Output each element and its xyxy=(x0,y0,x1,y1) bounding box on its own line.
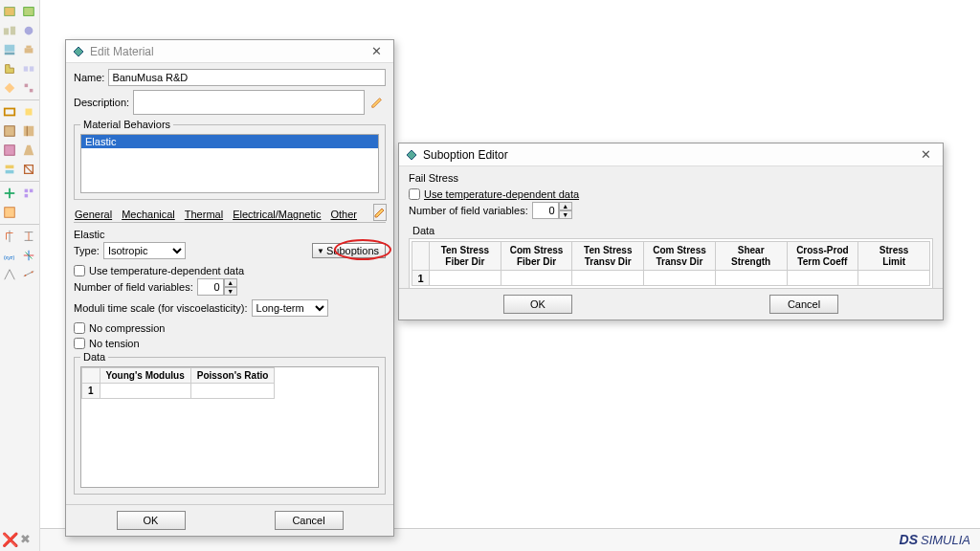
tab-electrical-magnetic[interactable]: Electrical/Magnetic xyxy=(232,208,322,221)
svg-rect-8 xyxy=(26,46,31,49)
tool-icon[interactable] xyxy=(0,102,19,121)
close-icon[interactable]: ❌ xyxy=(2,532,18,547)
tool-icon[interactable] xyxy=(0,40,19,59)
ok-button[interactable]: OK xyxy=(117,511,186,530)
temp-dependent-checkbox[interactable] xyxy=(74,265,85,276)
tool-icon[interactable] xyxy=(0,59,19,78)
tool-icon[interactable] xyxy=(0,160,19,179)
row-number: 1 xyxy=(412,271,430,286)
close-icon[interactable]: ✕ xyxy=(365,42,388,61)
tool-icon[interactable] xyxy=(0,141,19,160)
svg-rect-18 xyxy=(5,145,15,156)
tool-icon[interactable] xyxy=(0,203,19,222)
table-cell[interactable] xyxy=(430,271,501,286)
dialog-titlebar[interactable]: Suboption Editor ✕ xyxy=(399,143,943,166)
no-compression-checkbox[interactable] xyxy=(74,322,85,334)
table-cell[interactable] xyxy=(858,271,930,286)
tool-icon[interactable] xyxy=(19,2,38,21)
table-cell[interactable] xyxy=(190,384,275,399)
table-cell[interactable] xyxy=(715,271,787,286)
tool-icon[interactable] xyxy=(19,141,38,160)
table-cell[interactable] xyxy=(572,271,644,286)
pencil-icon[interactable] xyxy=(373,204,387,221)
so-temp-dependent-checkbox[interactable] xyxy=(409,188,420,200)
tool-icon[interactable] xyxy=(19,121,38,141)
tool-icon[interactable] xyxy=(0,78,19,98)
no-tension-checkbox[interactable] xyxy=(74,338,85,349)
tool-icon[interactable] xyxy=(0,265,19,284)
tab-mechanical[interactable]: Mechanical xyxy=(121,208,176,221)
field-vars-spinner[interactable]: ▲▼ xyxy=(197,278,237,296)
tool-icon[interactable] xyxy=(19,184,38,203)
elastic-legend: Elastic xyxy=(74,227,386,242)
tool-icon[interactable] xyxy=(19,40,38,59)
delete-icon[interactable]: ✖ xyxy=(20,532,31,547)
col-com-stress-fiber: Com Stress Fiber Dir xyxy=(501,242,572,271)
tool-icon[interactable] xyxy=(19,21,38,40)
table-cell[interactable] xyxy=(644,271,716,286)
behaviors-list[interactable]: Elastic xyxy=(80,134,379,193)
add-icon[interactable] xyxy=(0,184,19,203)
tool-icon[interactable] xyxy=(19,227,38,246)
elastic-data-table[interactable]: Young's Modulus Poisson's Ratio 1 xyxy=(80,366,379,488)
fail-stress-table[interactable]: Ten Stress Fiber Dir Com Stress Fiber Di… xyxy=(412,241,930,286)
svg-rect-2 xyxy=(4,28,9,34)
description-input[interactable] xyxy=(133,90,365,115)
table-cell[interactable] xyxy=(100,384,190,399)
table-cell[interactable] xyxy=(501,271,572,286)
spin-up-icon[interactable]: ▲ xyxy=(559,202,572,210)
dialog-title: Suboption Editor xyxy=(423,148,914,162)
row-number: 1 xyxy=(82,384,100,399)
description-label: Description: xyxy=(74,97,129,108)
behavior-item-elastic[interactable]: Elastic xyxy=(81,135,378,148)
name-input[interactable] xyxy=(108,69,386,86)
dialog-titlebar[interactable]: Edit Material ✕ xyxy=(66,40,393,63)
type-label: Type: xyxy=(74,245,100,256)
tab-thermal[interactable]: Thermal xyxy=(184,208,224,221)
svg-rect-9 xyxy=(24,66,28,71)
svg-point-38 xyxy=(32,272,33,274)
tool-icon[interactable] xyxy=(19,265,38,284)
suboptions-button[interactable]: ▼ Suboptions xyxy=(312,243,386,258)
svg-rect-16 xyxy=(24,126,34,137)
behaviors-legend: Material Behaviors xyxy=(80,119,173,130)
tab-general[interactable]: General xyxy=(74,208,113,221)
suboption-editor-dialog: Suboption Editor ✕ Fail Stress Use tempe… xyxy=(398,143,944,320)
so-cancel-button[interactable]: Cancel xyxy=(769,295,838,314)
tool-icon[interactable] xyxy=(19,160,38,179)
pencil-icon[interactable] xyxy=(368,92,386,113)
tool-icon[interactable] xyxy=(0,227,19,246)
left-toolbar: (xyz) xyxy=(0,0,40,551)
tool-icon[interactable] xyxy=(19,246,38,265)
spin-down-icon[interactable]: ▼ xyxy=(224,287,237,296)
table-cell[interactable] xyxy=(787,271,858,286)
field-vars-input[interactable] xyxy=(197,278,224,296)
tool-icon[interactable] xyxy=(19,59,38,78)
so-field-vars-input[interactable] xyxy=(532,202,559,219)
svg-rect-14 xyxy=(26,109,33,116)
axes-icon[interactable]: (xyz) xyxy=(0,246,19,265)
so-ok-button[interactable]: OK xyxy=(503,295,572,314)
tab-other[interactable]: Other xyxy=(329,208,358,221)
tool-icon[interactable] xyxy=(0,21,19,40)
cancel-button[interactable]: Cancel xyxy=(275,511,344,530)
type-select[interactable]: Isotropic xyxy=(103,242,186,259)
tool-icon[interactable] xyxy=(0,2,19,21)
brand-logo: DS SIMULIA xyxy=(900,532,970,547)
tool-icon[interactable] xyxy=(19,78,38,98)
column-poissons-ratio: Poisson's Ratio xyxy=(190,368,275,384)
spin-down-icon[interactable]: ▼ xyxy=(559,210,572,219)
tool-icon[interactable] xyxy=(19,102,38,121)
spin-up-icon[interactable]: ▲ xyxy=(224,278,237,287)
col-cross-prod-coeff: Cross-Prod Term Coeff xyxy=(787,242,858,271)
tool-icon[interactable] xyxy=(0,121,19,141)
svg-rect-21 xyxy=(6,170,14,174)
close-icon[interactable]: ✕ xyxy=(914,145,937,165)
moduli-select[interactable]: Long-term xyxy=(252,299,328,317)
column-youngs-modulus: Young's Modulus xyxy=(100,368,190,384)
data-legend: Data xyxy=(80,351,108,363)
col-stress-limit: Stress Limit xyxy=(858,242,930,271)
section-header: Fail Stress xyxy=(409,172,933,184)
so-field-vars-spinner[interactable]: ▲▼ xyxy=(532,202,572,219)
svg-point-4 xyxy=(25,27,33,35)
